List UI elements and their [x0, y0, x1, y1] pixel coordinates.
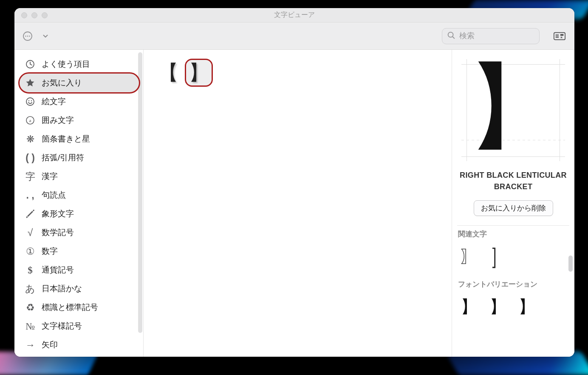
- inspector-panel: 】 RIGHT BLACK LENTICULAR BRACKET お気に入りから…: [452, 50, 574, 357]
- asterisk-icon: ❋: [25, 134, 36, 145]
- sidebar-item-label: 象形文字: [42, 208, 74, 219]
- sidebar-item-label: 括弧/引用符: [42, 152, 84, 163]
- related-characters-title: 関連文字: [457, 225, 569, 242]
- pencil-icon: [25, 208, 36, 219]
- font-variation[interactable]: 】: [461, 295, 478, 318]
- svg-text:a: a: [29, 118, 31, 123]
- sidebar-item-punctuation[interactable]: . , 句読点: [20, 186, 139, 205]
- sidebar-item-signs[interactable]: ♻ 標識と標準記号: [20, 298, 139, 317]
- recycle-icon: ♻: [25, 302, 36, 313]
- keyboard-icon: ⌘: [553, 31, 566, 41]
- related-character[interactable]: ﹈: [487, 245, 511, 269]
- punctuation-icon: . ,: [25, 190, 36, 201]
- search-field[interactable]: [442, 28, 540, 44]
- sidebar-item-label: 囲み文字: [42, 115, 74, 126]
- sidebar-item-kana[interactable]: あ 日本語かな: [20, 279, 139, 298]
- window-title: 文字ビューア: [14, 11, 574, 20]
- sidebar-item-label: 漢字: [42, 171, 58, 182]
- inspector-scrollbar[interactable]: [568, 256, 573, 272]
- sidebar-item-label: 箇条書きと星: [42, 134, 90, 145]
- svg-text:⌘: ⌘: [560, 36, 563, 38]
- sidebar-item-emoji[interactable]: 絵文字: [20, 92, 139, 111]
- clock-icon: [25, 59, 36, 70]
- preview-glyph: 】: [466, 61, 560, 154]
- sidebar-item-arrows[interactable]: → 矢印: [20, 335, 139, 354]
- kanji-icon: 字: [25, 171, 36, 182]
- search-input[interactable]: [459, 31, 535, 40]
- font-variation[interactable]: 】: [518, 295, 535, 318]
- sidebar-item-letterlike[interactable]: № 文字様記号: [20, 317, 139, 335]
- svg-point-3: [29, 35, 30, 37]
- svg-point-2: [27, 35, 28, 37]
- parentheses-icon: ( ): [25, 152, 36, 163]
- numero-icon: №: [25, 321, 36, 332]
- sidebar-item-label: 矢印: [42, 339, 58, 350]
- character-viewer-window: 文字ビューア: [14, 8, 574, 357]
- ellipsis-circle-icon: [23, 31, 33, 41]
- sidebar-item-label: お気に入り: [42, 77, 82, 88]
- svg-point-15: [31, 100, 32, 101]
- sidebar-item-digits[interactable]: ① 数字: [20, 242, 139, 261]
- sqrt-icon: √: [25, 227, 36, 238]
- character-cell-selected[interactable]: 】: [186, 60, 212, 85]
- character-grid: 【 】: [144, 50, 452, 357]
- sidebar-item-label: よく使う項目: [42, 59, 90, 70]
- sidebar-item-kanji[interactable]: 字 漢字: [20, 167, 139, 186]
- sidebar-item-label: 数字: [42, 246, 58, 257]
- svg-line-5: [452, 37, 454, 38]
- sidebar-item-currency[interactable]: $ 通貨記号: [20, 261, 139, 279]
- svg-rect-10: [560, 34, 564, 36]
- enclosed-a-icon: a: [25, 115, 36, 126]
- character-cell[interactable]: 【: [155, 60, 181, 85]
- sidebar-item-label: 標識と標準記号: [42, 302, 98, 313]
- toolbar: ⌘: [14, 23, 574, 50]
- keyboard-shortcuts-button[interactable]: ⌘: [551, 29, 568, 43]
- search-icon: [447, 31, 456, 42]
- sidebar-item-label: 文字様記号: [42, 321, 82, 332]
- chevron-down-icon: [42, 32, 49, 40]
- svg-point-1: [25, 35, 26, 37]
- related-character[interactable]: 〗: [461, 245, 478, 268]
- category-dropdown[interactable]: [39, 30, 52, 43]
- sidebar-item-label: 通貨記号: [42, 264, 74, 276]
- font-variations: 】 】 】: [457, 293, 569, 318]
- sidebar-item-label: 句読点: [42, 190, 66, 201]
- font-variation[interactable]: 】: [489, 295, 506, 318]
- sidebar-item-label: 数学記号: [42, 227, 74, 238]
- font-variations-title: フォントバリエーション: [457, 276, 569, 293]
- action-menu-button[interactable]: [21, 30, 34, 43]
- dollar-icon: $: [25, 264, 36, 276]
- svg-point-14: [28, 100, 29, 101]
- hiragana-a-icon: あ: [25, 283, 36, 294]
- sidebar-item-enclosed[interactable]: a 囲み文字: [20, 111, 139, 130]
- sidebar-item-recently-used[interactable]: よく使う項目: [20, 55, 139, 74]
- sidebar-item-brackets[interactable]: ( ) 括弧/引用符: [20, 148, 139, 167]
- emoji-icon: [25, 96, 36, 107]
- sidebar-item-bullets-stars[interactable]: ❋ 箇条書きと星: [20, 130, 139, 148]
- remove-from-favorites-button[interactable]: お気に入りから削除: [474, 200, 553, 216]
- content-area: よく使う項目 お気に入り 絵文字 a 囲み文字: [14, 50, 574, 357]
- arrow-right-icon: →: [25, 339, 36, 350]
- svg-point-13: [26, 98, 34, 105]
- sidebar-item-label: 絵文字: [42, 96, 66, 107]
- related-characters: 〗 ﹈: [457, 242, 569, 276]
- circled-one-icon: ①: [25, 246, 36, 257]
- sidebar-item-label: 日本語かな: [42, 283, 82, 294]
- sidebar: よく使う項目 お気に入り 絵文字 a 囲み文字: [14, 50, 144, 357]
- titlebar: 文字ビューア: [14, 8, 574, 23]
- sidebar-item-math[interactable]: √ 数学記号: [20, 223, 139, 242]
- star-icon: [25, 77, 36, 88]
- sidebar-item-favorites[interactable]: お気に入り: [20, 74, 139, 92]
- sidebar-item-pictographs[interactable]: 象形文字: [20, 205, 139, 223]
- character-preview: 】: [457, 55, 569, 165]
- character-name: RIGHT BLACK LENTICULAR BRACKET: [457, 170, 569, 193]
